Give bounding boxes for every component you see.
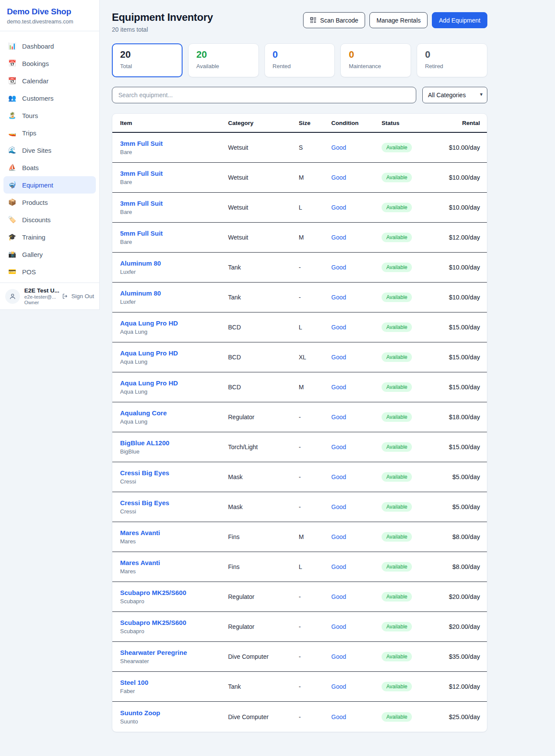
stat-card-total[interactable]: 20 Total [112,43,183,77]
table-row: Shearwater Peregrine Shearwater Dive Com… [112,642,487,672]
sidebar-item-label: Boats [22,164,39,171]
scan-barcode-button[interactable]: Scan Barcode [303,12,365,28]
item-name-link[interactable]: Aqua Lung Pro HD [120,349,228,357]
item-name-link[interactable]: 3mm Full Suit [120,140,228,147]
item-condition-link[interactable]: Good [331,593,382,600]
item-name-link[interactable]: 3mm Full Suit [120,170,228,177]
item-rental-rate: $8.00/day [438,563,480,570]
category-select[interactable]: All Categories [422,87,487,103]
items-total-count: 20 items total [112,26,213,33]
search-input[interactable] [112,87,416,103]
table-row: Aqualung Core Aqua Lung Regulator - Good… [112,402,487,432]
stat-card-rented[interactable]: 0 Rented [264,43,335,77]
sidebar-item-calendar[interactable]: 📆 Calendar [3,72,96,89]
item-name-link[interactable]: Scubapro MK25/S600 [120,619,228,626]
brand-title[interactable]: Demo Dive Shop [7,7,92,16]
item-condition-link[interactable]: Good [331,144,382,151]
sidebar-item-boats[interactable]: ⛵ Boats [3,159,96,176]
sidebar-item-training[interactable]: 🎓 Training [3,228,96,246]
stat-value: 20 [120,49,174,60]
item-name-link[interactable]: Aluminum 80 [120,289,228,297]
status-badge: Available [382,652,412,661]
item-name-link[interactable]: Scubapro MK25/S600 [120,589,228,596]
item-name-link[interactable]: Shearwater Peregrine [120,649,228,656]
item-category: Regulator [228,593,299,600]
stat-card-retired[interactable]: 0 Retired [417,43,487,77]
item-condition-link[interactable]: Good [331,204,382,211]
sidebar-item-equipment[interactable]: 🤿 Equipment [3,176,96,194]
column-header-condition: Condition [331,120,382,126]
stat-card-available[interactable]: 20 Available [188,43,259,77]
item-condition-link[interactable]: Good [331,294,382,301]
sidebar-item-trips[interactable]: 🚤 Trips [3,124,96,141]
item-size: - [299,623,331,630]
item-condition-link[interactable]: Good [331,473,382,480]
item-rental-rate: $15.00/day [438,444,480,450]
item-name-link[interactable]: Aqualung Core [120,409,228,417]
item-rental-rate: $25.00/day [438,713,480,720]
user-role: Owner [24,300,58,305]
item-condition-link[interactable]: Good [331,324,382,331]
table-row: Mares Avanti Mares Fins M Good Available… [112,522,487,552]
sidebar-item-customers[interactable]: 👥 Customers [3,89,96,107]
item-condition-link[interactable]: Good [331,533,382,540]
status-badge: Available [382,472,412,482]
sidebar-item-pos[interactable]: 💳 POS [3,263,96,280]
item-name-link[interactable]: Steel 100 [120,679,228,686]
item-name-link[interactable]: Suunto Zoop [120,709,228,717]
item-size: - [299,713,331,720]
barcode-scan-icon [310,17,317,23]
item-name-link[interactable]: Aqua Lung Pro HD [120,319,228,327]
sidebar-item-label: Equipment [22,181,53,189]
manage-rentals-button[interactable]: Manage Rentals [369,12,428,28]
add-equipment-button[interactable]: Add Equipment [432,12,487,28]
item-condition-link[interactable]: Good [331,713,382,720]
item-name-link[interactable]: Cressi Big Eyes [120,499,228,506]
item-condition-link[interactable]: Good [331,264,382,271]
sign-out-button[interactable]: Sign Out [62,293,94,299]
item-condition-link[interactable]: Good [331,683,382,690]
table-row: Cressi Big Eyes Cressi Mask - Good Avail… [112,492,487,522]
stat-value: 0 [273,49,327,60]
sidebar-item-tours[interactable]: 🏝️ Tours [3,107,96,124]
item-rental-rate: $20.00/day [438,623,480,630]
item-name-link[interactable]: BigBlue AL1200 [120,439,228,447]
item-condition-link[interactable]: Good [331,234,382,241]
item-condition-link[interactable]: Good [331,354,382,361]
item-brand: Aqua Lung [120,358,228,365]
status-badge: Available [382,502,412,512]
item-size: S [299,144,331,151]
item-condition-link[interactable]: Good [331,444,382,450]
item-condition-link[interactable]: Good [331,174,382,181]
column-header-status: Status [382,120,438,126]
item-name-link[interactable]: Aqua Lung Pro HD [120,379,228,387]
status-badge: Available [382,592,412,602]
table-row: 3mm Full Suit Bare Wetsuit M Good Availa… [112,163,487,193]
item-condition-link[interactable]: Good [331,384,382,391]
sidebar-item-dive-sites[interactable]: 🌊 Dive Sites [3,141,96,159]
item-condition-link[interactable]: Good [331,563,382,570]
item-condition-link[interactable]: Good [331,414,382,421]
item-name-link[interactable]: Aluminum 80 [120,260,228,267]
item-name-link[interactable]: Cressi Big Eyes [120,469,228,477]
item-condition-link[interactable]: Good [331,653,382,660]
table-row: Scubapro MK25/S600 Scubapro Regulator - … [112,612,487,642]
item-condition-link[interactable]: Good [331,503,382,510]
sidebar-item-gallery[interactable]: 📸 Gallery [3,246,96,263]
item-category: Tank [228,683,299,690]
person-icon [9,293,16,300]
item-name-link[interactable]: Mares Avanti [120,529,228,536]
sidebar-item-discounts[interactable]: 🏷️ Discounts [3,211,96,228]
stat-card-maintenance[interactable]: 0 Maintenance [340,43,411,77]
sidebar-item-label: Bookings [22,60,49,67]
item-brand: Cressi [120,478,228,485]
item-name-link[interactable]: Mares Avanti [120,559,228,566]
item-name-link[interactable]: 5mm Full Suit [120,230,228,237]
sidebar-item-dashboard[interactable]: 📊 Dashboard [3,37,96,55]
item-brand: BigBlue [120,448,228,455]
sidebar-item-bookings[interactable]: 📅 Bookings [3,55,96,72]
item-name-link[interactable]: 3mm Full Suit [120,200,228,207]
item-brand: Aqua Lung [120,388,228,395]
item-condition-link[interactable]: Good [331,623,382,630]
sidebar-item-products[interactable]: 📦 Products [3,194,96,211]
